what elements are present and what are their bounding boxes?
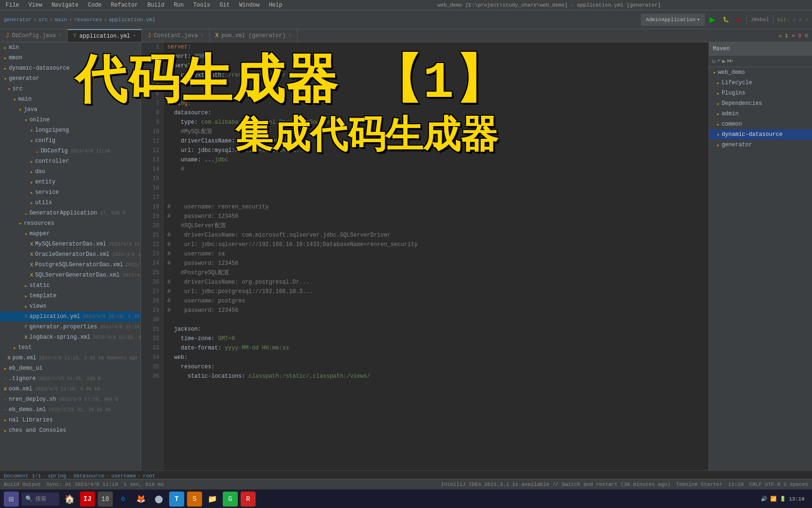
- start-button[interactable]: ⊞: [4, 492, 19, 507]
- tab-settings[interactable]: ⚙: [805, 32, 808, 39]
- maven-item-common[interactable]: common: [709, 119, 812, 129]
- sidebar-item-ches-consoles[interactable]: ches and Consoles: [0, 425, 141, 436]
- debug-button[interactable]: 🐛: [720, 14, 732, 26]
- tab-application-yml[interactable]: Y application.yml ×: [68, 29, 142, 42]
- stop-button[interactable]: ■: [734, 14, 743, 26]
- tab-dbconfig[interactable]: J DbConfig.java ×: [0, 29, 68, 42]
- sidebar-item-tignore[interactable]: · .tignore 2023/2/15 21:35, 338 B: [0, 373, 141, 384]
- menu-file[interactable]: File: [4, 1, 21, 9]
- code-line-6: [167, 89, 709, 99]
- sidebar-item-service[interactable]: service: [0, 187, 141, 198]
- code-editor[interactable]: 12345 678910 1112131415 1617181920 21222…: [141, 42, 709, 470]
- sidebar-item-oom-xml[interactable]: X oom.xml 2023/4/8 11:18, 6.08 kB: [0, 384, 141, 394]
- xml-icon: X: [24, 334, 28, 340]
- sidebar-item-dynamic-datasource[interactable]: dynamic-datasource: [0, 63, 141, 73]
- intellij-notification[interactable]: IntelliJ IDEA 2021.3.1 is available // S…: [441, 482, 670, 487]
- sidebar-item-postgres-dao[interactable]: X PostgreSQLGeneratorDao.xml 2023/4/8 11…: [0, 260, 141, 270]
- sidebar-item-eb-demo-ui[interactable]: eb_demo_ui: [0, 363, 141, 373]
- maven-item-generator[interactable]: generator: [709, 140, 812, 150]
- build-output-label[interactable]: Build Output: [4, 482, 41, 487]
- maven-item-webdemo[interactable]: web_demo: [709, 67, 812, 78]
- breadcrumb-src[interactable]: src: [39, 17, 48, 23]
- sidebar-item-mmon[interactable]: mmon: [0, 53, 141, 63]
- taskbar-icon-18[interactable]: 18: [98, 492, 113, 507]
- sidebar-item-application-yml[interactable]: Y application.yml 2023/4/8 10:16, 1.35 k…: [0, 311, 141, 322]
- taskbar-icon-edge[interactable]: e: [116, 492, 131, 507]
- sidebar-item-longzipeng[interactable]: longzipeng: [0, 125, 141, 135]
- sidebar-item-pom-xml[interactable]: X pom.xml 2023/4/8 11:19, 5.02 kB Moment…: [0, 353, 141, 363]
- sidebar-item-test[interactable]: test: [0, 342, 141, 353]
- sidebar-item-mapper[interactable]: mapper: [0, 229, 141, 239]
- sidebar-item-dbconfig[interactable]: ☕ DbConfig 2023/4/8 11:18: [0, 146, 141, 156]
- sidebar-item-logback[interactable]: X logback-spring.xml 2023/4/8 11:18, 445…: [0, 332, 141, 342]
- sidebar-meta: 2023/3/9 17:59, 884 B: [59, 397, 118, 402]
- taskbar-icon-red[interactable]: R: [241, 492, 256, 507]
- taskbar-icon-chrome[interactable]: ⬤: [151, 492, 166, 507]
- sidebar-item-nal-libraries[interactable]: nal Libraries: [0, 415, 141, 425]
- maven-refresh-icon[interactable]: ↻: [712, 57, 716, 65]
- tab-pom[interactable]: X pom.xml (generator) ×: [210, 29, 297, 42]
- sidebar-item-min[interactable]: min: [0, 42, 141, 53]
- sidebar-item-generatorapp[interactable]: ☕ GeneratorApplication 17, 538 B: [0, 208, 141, 218]
- maven-run-icon[interactable]: ▶: [722, 57, 726, 65]
- code-content[interactable]: server: port: 8082 servlet: context-path…: [164, 42, 709, 470]
- sidebar-item-controller[interactable]: controller: [0, 156, 141, 167]
- sidebar-item-mysql-dao[interactable]: X MySQLGeneratorDao.xml 2023/4/8 11:18, …: [0, 239, 141, 249]
- sidebar-item-online[interactable]: online: [0, 115, 141, 125]
- sidebar-item-sqlserver-dao[interactable]: X SQLServerGeneratorDao.xml 2023/4/8 11:…: [0, 270, 141, 280]
- menu-run[interactable]: Run: [172, 1, 186, 9]
- code-line-31: jackson:: [167, 325, 709, 334]
- sidebar-item-eb-demo-iml[interactable]: · eb_demo.iml 2023/2/21 41, 16.18 kB: [0, 405, 141, 415]
- menu-navigate[interactable]: Navigate: [50, 1, 81, 9]
- sidebar-item-java[interactable]: java: [0, 104, 141, 115]
- maven-item-admin[interactable]: admin: [709, 109, 812, 119]
- sidebar-item-entity[interactable]: entity: [0, 177, 141, 187]
- run-button[interactable]: ▶: [707, 14, 718, 26]
- sidebar-item-resources[interactable]: resources: [0, 218, 141, 229]
- sidebar-item-config[interactable]: config: [0, 135, 141, 146]
- maven-item-dynamic-datasource[interactable]: dynamic-datasource: [709, 129, 812, 140]
- menu-view[interactable]: View: [27, 1, 44, 9]
- sidebar-item-main[interactable]: main: [0, 94, 141, 104]
- menu-git[interactable]: Git: [218, 1, 232, 9]
- tab-close-constant[interactable]: ×: [201, 33, 203, 38]
- maven-item-dependencies[interactable]: Dependencies: [709, 98, 812, 109]
- sidebar-item-oracle-dao[interactable]: X OracleGeneratorDao.xml 2023/4/8 11:18: [0, 249, 141, 260]
- sidebar-item-generator[interactable]: generator: [0, 73, 141, 84]
- menu-build[interactable]: Build: [146, 1, 166, 9]
- sidebar-item-views[interactable]: views: [0, 301, 141, 311]
- sidebar-item-nren-deploy[interactable]: · nren_deploy.sh 2023/3/9 17:59, 884 B: [0, 394, 141, 405]
- run-config-selector[interactable]: AdminApplication ▾: [641, 14, 704, 26]
- sidebar-item-utils[interactable]: utils: [0, 198, 141, 208]
- taskbar-icon-s[interactable]: S: [187, 492, 202, 507]
- menu-refactor[interactable]: Refactor: [109, 1, 140, 9]
- menu-help[interactable]: Help: [267, 1, 284, 9]
- breadcrumb-main[interactable]: main: [55, 17, 67, 23]
- taskbar-icon-green[interactable]: G: [223, 492, 238, 507]
- tab-constant[interactable]: J Constant.java ×: [142, 29, 210, 42]
- maven-item-lifecycle[interactable]: Lifecycle: [709, 78, 812, 88]
- tab-close-yml[interactable]: ×: [133, 33, 136, 39]
- tab-close-dbconfig[interactable]: ×: [59, 33, 62, 38]
- sidebar-item-generator-properties[interactable]: P generator.properties 2023/4/8 11:18, 1…: [0, 322, 141, 332]
- maven-add-icon[interactable]: +: [717, 57, 721, 65]
- sidebar-item-template[interactable]: template: [0, 291, 141, 301]
- menu-code[interactable]: Code: [86, 1, 103, 9]
- tab-close-pom[interactable]: ×: [289, 33, 291, 38]
- taskbar-icon-firefox[interactable]: 🦊: [133, 492, 148, 507]
- maven-skip-icon[interactable]: ⏭: [727, 57, 733, 65]
- sidebar-item-static[interactable]: static: [0, 280, 141, 291]
- taskbar-icon-intellij[interactable]: IJ: [80, 492, 95, 507]
- taskbar-icon-folder[interactable]: 📁: [205, 492, 220, 507]
- menu-window[interactable]: Window: [237, 1, 261, 9]
- breadcrumb-file[interactable]: application.yml: [109, 17, 156, 23]
- breadcrumb-generator[interactable]: generator: [4, 17, 31, 23]
- sidebar-item-src[interactable]: src: [0, 84, 141, 94]
- taskbar-search[interactable]: 🔍 搜索: [22, 492, 59, 506]
- taskbar-icon-t[interactable]: T: [169, 492, 184, 507]
- taskbar-icon-1[interactable]: 🏠: [62, 492, 77, 507]
- sidebar-item-dao[interactable]: dao: [0, 167, 141, 177]
- maven-item-plugins[interactable]: Plugins: [709, 88, 812, 98]
- breadcrumb-resources[interactable]: resources: [74, 17, 102, 23]
- menu-tools[interactable]: Tools: [191, 1, 212, 9]
